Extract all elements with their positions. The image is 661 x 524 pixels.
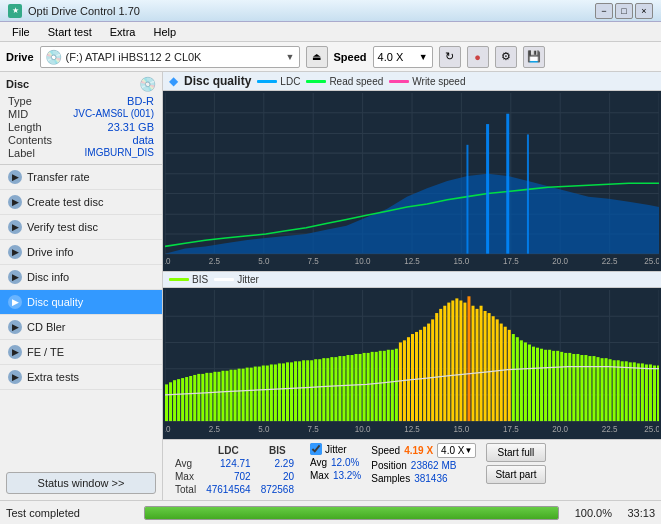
jitter-avg-row: Avg 12.0% bbox=[310, 457, 361, 468]
svg-text:2.5: 2.5 bbox=[209, 257, 221, 266]
ldc-chart-svg: 18X 16X 14X 12X 10X 8X 6X 4X 2X 800 700 … bbox=[165, 93, 659, 269]
svg-rect-101 bbox=[290, 363, 293, 422]
sidebar-label-fe-te: FE / TE bbox=[27, 346, 64, 358]
sidebar-item-disc-quality[interactable]: ▶ Disc quality bbox=[0, 290, 162, 315]
speed-stat-selector[interactable]: 4.0 X ▼ bbox=[437, 443, 476, 458]
svg-rect-191 bbox=[653, 366, 656, 422]
svg-rect-120 bbox=[367, 353, 370, 421]
refresh-button[interactable]: ↻ bbox=[439, 46, 461, 68]
start-part-button[interactable]: Start part bbox=[486, 465, 545, 484]
jitter-max-label: Max bbox=[310, 470, 329, 481]
sidebar-item-disc-info[interactable]: ▶ Disc info bbox=[0, 265, 162, 290]
menu-help[interactable]: Help bbox=[145, 25, 184, 39]
drive-label: Drive bbox=[6, 51, 34, 63]
sidebar-label-create-test-disc: Create test disc bbox=[27, 196, 103, 208]
svg-rect-130 bbox=[407, 337, 410, 421]
menu-start-test[interactable]: Start test bbox=[40, 25, 100, 39]
maximize-button[interactable]: □ bbox=[615, 3, 633, 19]
sidebar-item-create-test-disc[interactable]: ▶ Create test disc bbox=[0, 190, 162, 215]
svg-rect-137 bbox=[435, 313, 438, 421]
svg-rect-78 bbox=[197, 374, 200, 421]
disc-button[interactable]: ● bbox=[467, 46, 489, 68]
svg-text:10.0: 10.0 bbox=[355, 257, 371, 266]
save-button[interactable]: 💾 bbox=[523, 46, 545, 68]
status-window-button[interactable]: Status window >> bbox=[6, 472, 156, 494]
write-speed-legend-color bbox=[389, 80, 409, 83]
sidebar-item-cd-bler[interactable]: ▶ CD Bler bbox=[0, 315, 162, 340]
drive-select-text: (F:) ATAPI iHBS112 2 CL0K bbox=[66, 51, 282, 63]
sidebar-item-drive-info[interactable]: ▶ Drive info bbox=[0, 240, 162, 265]
svg-rect-106 bbox=[310, 360, 313, 421]
svg-text:5.0: 5.0 bbox=[258, 425, 270, 434]
svg-rect-180 bbox=[609, 359, 612, 421]
content-area: ◆ Disc quality LDC Read speed Write spee… bbox=[163, 72, 661, 500]
svg-rect-149 bbox=[484, 311, 487, 421]
speed-label: Speed bbox=[334, 51, 367, 63]
speed-stat-label: Speed bbox=[371, 445, 400, 456]
svg-rect-73 bbox=[177, 379, 180, 421]
svg-rect-97 bbox=[274, 365, 277, 422]
speed-stat-select-val: 4.0 X bbox=[441, 445, 464, 456]
svg-rect-164 bbox=[544, 350, 547, 421]
sidebar-item-fe-te[interactable]: ▶ FE / TE bbox=[0, 340, 162, 365]
drive-toolbar: Drive 💿 (F:) ATAPI iHBS112 2 CL0K ▼ ⏏ Sp… bbox=[0, 42, 661, 72]
sidebar-label-extra-tests: Extra tests bbox=[27, 371, 79, 383]
svg-text:2.5: 2.5 bbox=[209, 425, 221, 434]
svg-rect-86 bbox=[230, 370, 233, 421]
svg-rect-113 bbox=[338, 356, 341, 421]
svg-rect-159 bbox=[524, 343, 527, 422]
menubar: File Start test Extra Help bbox=[0, 22, 661, 42]
bis-legend-label: BIS bbox=[192, 274, 208, 285]
svg-rect-131 bbox=[411, 334, 414, 421]
svg-rect-82 bbox=[213, 372, 216, 421]
jitter-checkbox[interactable] bbox=[310, 443, 322, 455]
speed-selector[interactable]: 4.0 X ▼ bbox=[373, 46, 433, 68]
svg-rect-88 bbox=[238, 369, 241, 421]
minimize-button[interactable]: − bbox=[595, 3, 613, 19]
svg-rect-186 bbox=[633, 363, 636, 422]
disc-label-row: Label IMGBURN_DIS bbox=[6, 147, 156, 159]
disc-mid-val: JVC-AMS6L (001) bbox=[73, 108, 154, 120]
eject-button[interactable]: ⏏ bbox=[306, 46, 328, 68]
svg-rect-184 bbox=[625, 361, 628, 421]
svg-rect-138 bbox=[439, 309, 442, 421]
progress-bar bbox=[145, 507, 558, 519]
svg-text:22.5: 22.5 bbox=[602, 425, 618, 434]
svg-text:7.5: 7.5 bbox=[308, 425, 320, 434]
stats-total-label: Total bbox=[171, 484, 200, 495]
sidebar-item-verify-test-disc[interactable]: ▶ Verify test disc bbox=[0, 215, 162, 240]
svg-rect-124 bbox=[383, 351, 386, 421]
sidebar-item-extra-tests[interactable]: ▶ Extra tests bbox=[0, 365, 162, 390]
svg-rect-145 bbox=[467, 296, 470, 421]
svg-rect-174 bbox=[584, 355, 587, 421]
start-full-button[interactable]: Start full bbox=[486, 443, 545, 462]
svg-rect-136 bbox=[431, 320, 434, 422]
disc-contents-val: data bbox=[133, 134, 154, 146]
menu-file[interactable]: File bbox=[4, 25, 38, 39]
svg-rect-160 bbox=[528, 345, 531, 422]
svg-rect-95 bbox=[266, 366, 269, 422]
svg-rect-112 bbox=[334, 357, 337, 421]
svg-rect-144 bbox=[463, 303, 466, 421]
settings-button[interactable]: ⚙ bbox=[495, 46, 517, 68]
svg-text:20.0: 20.0 bbox=[552, 425, 568, 434]
speed-stat-val: 4.19 X bbox=[404, 445, 433, 456]
svg-rect-182 bbox=[617, 360, 620, 421]
svg-rect-91 bbox=[250, 368, 253, 421]
svg-rect-143 bbox=[459, 301, 462, 422]
write-speed-legend-label: Write speed bbox=[412, 76, 465, 87]
position-row: Position 23862 MB bbox=[371, 460, 476, 471]
svg-rect-150 bbox=[488, 313, 491, 421]
transfer-rate-icon: ▶ bbox=[8, 170, 22, 184]
disc-info-icon: ▶ bbox=[8, 270, 22, 284]
create-test-disc-icon: ▶ bbox=[8, 195, 22, 209]
drive-selector[interactable]: 💿 (F:) ATAPI iHBS112 2 CL0K ▼ bbox=[40, 46, 300, 68]
sidebar-item-transfer-rate[interactable]: ▶ Transfer rate bbox=[0, 165, 162, 190]
svg-rect-83 bbox=[217, 372, 220, 421]
close-button[interactable]: × bbox=[635, 3, 653, 19]
samples-row: Samples 381436 bbox=[371, 473, 476, 484]
menu-extra[interactable]: Extra bbox=[102, 25, 144, 39]
stats-avg-label: Avg bbox=[171, 458, 200, 469]
drive-dropdown-arrow-icon: ▼ bbox=[286, 52, 295, 62]
svg-text:17.5: 17.5 bbox=[503, 425, 519, 434]
